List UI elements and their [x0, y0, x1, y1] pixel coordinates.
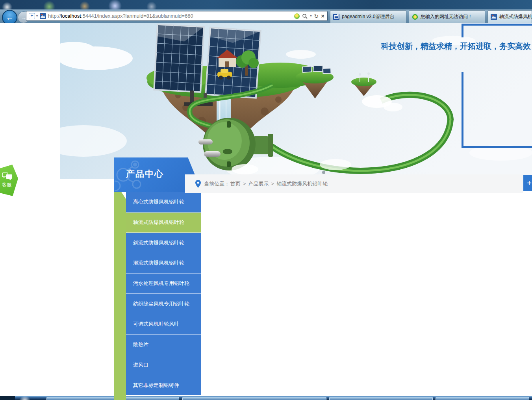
safety-green-ball-icon [412, 14, 418, 20]
url-text[interactable]: http://localhost:54441/index.aspx?lanmui… [48, 13, 293, 19]
tab-error-page[interactable]: 您输入的网址无法访问！ [409, 10, 485, 23]
pageadmin-logo-icon [333, 14, 339, 20]
safety-indicator-icon[interactable] [294, 13, 300, 19]
menu-item-custom-castings[interactable]: 其它非标定制铝铸件 [126, 375, 201, 395]
customer-service-tag[interactable]: 客服 [0, 165, 18, 196]
site-favicon-icon [40, 13, 46, 19]
site-logo-icon [491, 14, 497, 20]
customer-service-label: 客服 [2, 181, 11, 188]
window-titlebar[interactable] [0, 0, 532, 9]
taskbar-button[interactable] [329, 397, 433, 400]
frame-border-top [462, 24, 532, 26]
url-path: :54441/index.aspx?lanmuid=81&sublanmuid=… [81, 13, 193, 19]
menu-item-mixed[interactable]: 混流式防爆风机铝叶轮 [126, 253, 201, 274]
start-button[interactable] [18, 396, 32, 400]
frame-border-left-upper [462, 24, 463, 37]
search-icon[interactable] [302, 13, 308, 19]
frame-border-left-lower [462, 72, 463, 148]
menu-item-heatsink[interactable]: 散热片 [126, 335, 201, 355]
breadcrumb-current-link[interactable]: 轴流式防爆风机铝叶轮 [276, 180, 328, 187]
sidebar-green-strip [114, 180, 126, 400]
menu-item-textile[interactable]: 纺织除尘风机专用铝叶轮 [126, 294, 201, 314]
taskbar-button[interactable] [436, 397, 529, 400]
banner-slogan: 科技创新，精益求精，开拓进取，务实高效 [381, 41, 531, 52]
breadcrumb-home-link[interactable]: 首页 [230, 180, 241, 187]
breadcrumb-products-link[interactable]: 产品展示 [248, 180, 269, 187]
tab-label: 轴流式防爆风机铝叶轮 [499, 13, 532, 20]
sidebar-title: 产品中心 [126, 168, 164, 180]
menu-item-sewage[interactable]: 污水处理风机专用铝叶轮 [126, 274, 201, 294]
breadcrumb-more-button[interactable]: + [523, 175, 532, 191]
menu-item-oblique[interactable]: 斜流式防爆风机铝叶轮 [126, 233, 201, 253]
location-pin-icon [195, 180, 201, 188]
webpage: 科技创新，精益求精，开拓进取，务实高效 客服 [0, 23, 532, 396]
taskbar-edge [0, 396, 15, 400]
browser-toolbar: ← → + ▾ http://localhost:54441/index.asp… [0, 9, 532, 23]
menu-item-centrifugal[interactable]: 离心式防爆风机铝叶轮 [126, 192, 201, 213]
stop-icon[interactable]: × [321, 13, 324, 19]
address-dropdown-caret[interactable]: ▾ [36, 14, 38, 18]
tab-pageadmin[interactable]: pageadmin v3.0管理后台 [330, 10, 406, 23]
breadcrumb: 当前位置： 首页 > 产品展示 > 轴流式防爆风机铝叶轮 [185, 174, 523, 193]
hero-banner: 科技创新，精益求精，开拓进取，务实高效 [60, 23, 532, 179]
tab-label: pageadmin v3.0管理后台 [342, 13, 394, 20]
tab-current-site[interactable]: 轴流式防爆风机铝叶轮 [488, 10, 532, 23]
taskbar-button[interactable] [119, 397, 179, 400]
refresh-icon[interactable]: ↻ [314, 13, 319, 19]
tab-label: 您输入的网址无法访问！ [421, 13, 473, 20]
url-domain: localhost [61, 13, 81, 19]
product-menu: 离心式防爆风机铝叶轮 轴流式防爆风机铝叶轮 斜流式防爆风机铝叶轮 混流式防爆风机… [126, 192, 201, 395]
frame-border-bottom [462, 146, 532, 148]
browser-window: ← → + ▾ http://localhost:54441/index.asp… [0, 0, 532, 400]
search-dropdown-caret[interactable]: ▾ [310, 14, 311, 18]
menu-item-inlet[interactable]: 进风口 [126, 355, 201, 376]
windows-taskbar [0, 396, 532, 400]
url-scheme: http:// [48, 13, 61, 19]
pebble [322, 171, 325, 174]
breadcrumb-separator: > [243, 181, 246, 187]
breadcrumb-prefix: 当前位置： [204, 180, 230, 187]
taskbar-button[interactable] [46, 397, 116, 400]
compatibility-page-icon[interactable]: + [29, 13, 35, 19]
taskbar-button[interactable] [182, 397, 326, 400]
breadcrumb-separator: > [271, 181, 274, 187]
menu-item-axial-active[interactable]: 轴流式防爆风机铝叶轮 [126, 213, 201, 233]
menu-item-adjustable[interactable]: 可调式风机叶轮风叶 [126, 314, 201, 335]
chat-bubbles-icon [2, 172, 13, 180]
address-bar[interactable]: + ▾ http://localhost:54441/index.aspx?la… [26, 11, 328, 21]
